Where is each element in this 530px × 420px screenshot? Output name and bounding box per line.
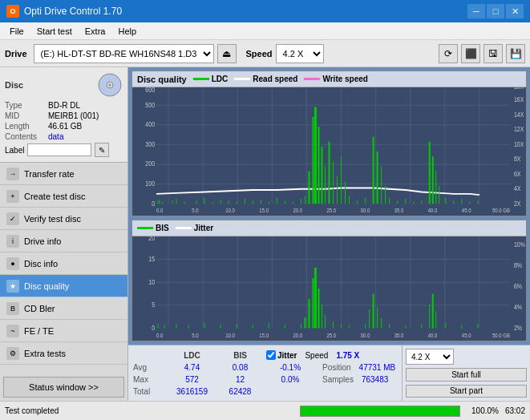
label-input[interactable] [27, 143, 91, 156]
speed-select-chart[interactable]: 4.2 X [406, 349, 454, 365]
samples-value: 763483 [362, 375, 388, 384]
toolbar-btn-2[interactable]: ⬛ [461, 44, 480, 63]
sidebar-item-fe-te[interactable]: ~ FE / TE [0, 320, 127, 342]
sidebar-item-extra-tests[interactable]: ⚙ Extra tests [0, 342, 127, 365]
verify-test-disc-icon: ✓ [6, 212, 19, 225]
svg-text:6%: 6% [514, 282, 522, 290]
svg-text:8X: 8X [514, 155, 521, 164]
bis-legend-color [137, 227, 153, 229]
jitter-checkbox[interactable] [266, 350, 276, 360]
avg-bis: 0.08 [222, 363, 258, 372]
speed-select[interactable]: 4.2 X [276, 44, 324, 63]
col-header-bis: BIS [222, 351, 258, 360]
data-table-row: LDC BIS Jitter Speed 1.75 X Avg 4.74 0.0… [128, 345, 530, 401]
sidebar-item-disc-quality[interactable]: ★ Disc quality [0, 275, 127, 297]
avg-ldc: 4.74 [170, 363, 214, 372]
svg-text:20.0: 20.0 [293, 208, 302, 214]
total-label: Total [133, 387, 162, 396]
svg-text:4%: 4% [514, 303, 522, 311]
nav-items: → Transfer rate + Create test disc ✓ Ver… [0, 163, 127, 374]
chart1-panel: Disc quality LDC Read speed Write speed [131, 71, 527, 216]
sidebar-item-transfer-rate[interactable]: → Transfer rate [0, 163, 127, 185]
svg-text:5: 5 [152, 301, 155, 309]
progress-bar [301, 406, 459, 416]
svg-text:40.0: 40.0 [428, 332, 438, 338]
progress-text: 100.0% [467, 406, 499, 415]
jitter-legend-color [176, 227, 192, 229]
svg-text:5.0: 5.0 [192, 208, 199, 214]
type-label: Type [5, 101, 47, 110]
svg-text:50.0 GB: 50.0 GB [492, 208, 510, 214]
start-part-button[interactable]: Start part [406, 385, 527, 398]
legend-bis: BIS [137, 224, 169, 232]
start-full-button[interactable]: Start full [406, 368, 527, 382]
svg-point-2 [109, 84, 111, 87]
menu-help[interactable]: Help [111, 25, 143, 38]
eject-button[interactable]: ⏏ [217, 44, 237, 63]
position-label: Position [322, 363, 351, 372]
max-jitter: 0.0% [266, 375, 314, 384]
toolbar: Drive (E:) HL-DT-ST BD-RE WH16NS48 1.D3 … [0, 40, 530, 67]
disc-panel-title: Disc [5, 80, 23, 90]
svg-text:10X: 10X [514, 140, 524, 148]
svg-text:35.0: 35.0 [394, 208, 404, 214]
contents-label: Contents [5, 132, 47, 141]
chart1-body: 0 100 200 300 400 500 600 2X 4X 6X 8X 10… [132, 87, 526, 216]
total-bis: 62428 [222, 387, 258, 396]
sidebar-item-drive-info[interactable]: i Drive info [0, 230, 127, 252]
minimize-button[interactable]: ─ [467, 4, 485, 18]
main-layout: Disc Type BD-R DL MID MEIRB1 (001) Lengt… [0, 67, 530, 401]
svg-text:16X: 16X [514, 96, 524, 104]
label-label: Label [5, 146, 24, 155]
speed-label: Speed [246, 49, 273, 59]
length-label: Length [5, 122, 47, 131]
position-value: 47731 MB [359, 363, 396, 372]
maximize-button[interactable]: □ [487, 4, 504, 18]
chart1-header: Disc quality LDC Read speed Write speed [132, 71, 526, 87]
close-button[interactable]: ✕ [506, 4, 524, 18]
sidebar-item-label: Disc info [24, 259, 58, 269]
label-edit-button[interactable]: ✎ [95, 143, 109, 157]
mid-label: MID [5, 111, 47, 120]
svg-text:300: 300 [145, 140, 155, 148]
svg-text:400: 400 [145, 121, 155, 129]
toolbar-btn-3[interactable]: 🖫 [483, 44, 503, 63]
sidebar-item-label: Create test disc [24, 192, 85, 201]
chart2-header: BIS Jitter [132, 220, 526, 236]
toolbar-btn-1[interactable]: ⟳ [439, 44, 458, 63]
svg-text:25.0: 25.0 [326, 208, 336, 214]
max-ldc: 572 [170, 375, 214, 384]
svg-text:50.0 GB: 50.0 GB [492, 332, 510, 338]
sidebar-item-label: CD Bler [24, 304, 55, 313]
svg-text:30.0: 30.0 [361, 208, 370, 214]
sidebar-item-create-test-disc[interactable]: + Create test disc [0, 185, 127, 208]
col-header-speed: Speed [305, 351, 328, 360]
svg-text:100: 100 [145, 180, 155, 188]
svg-text:10: 10 [148, 278, 155, 286]
svg-text:10%: 10% [514, 240, 525, 248]
sidebar-item-disc-info[interactable]: ● Disc info [0, 252, 127, 275]
status-window-button[interactable]: Status window >> [3, 377, 124, 398]
menu-start-test[interactable]: Start test [30, 25, 79, 38]
drive-select[interactable]: (E:) HL-DT-ST BD-RE WH16NS48 1.D3 [34, 44, 214, 63]
sidebar-item-cd-bler[interactable]: B CD Bler [0, 297, 127, 320]
svg-text:15.0: 15.0 [259, 208, 269, 214]
legend-jitter: Jitter [176, 224, 213, 232]
disc-quality-icon: ★ [6, 280, 19, 293]
length-value: 46.61 GB [48, 122, 82, 131]
svg-text:500: 500 [145, 101, 155, 109]
svg-text:20: 20 [148, 236, 155, 242]
ldc-legend-color [193, 78, 209, 80]
svg-text:30.0: 30.0 [361, 332, 370, 338]
menu-file[interactable]: File [3, 25, 30, 38]
sidebar-item-verify-test-disc[interactable]: ✓ Verify test disc [0, 208, 127, 230]
transfer-rate-icon: → [6, 168, 19, 180]
menu-extra[interactable]: Extra [79, 25, 112, 38]
total-ldc: 3616159 [170, 387, 214, 396]
drive-info-icon: i [6, 235, 19, 248]
toolbar-btn-4[interactable]: 💾 [506, 44, 525, 63]
samples-label: Samples [322, 375, 354, 384]
sidebar-item-label: Drive info [24, 236, 61, 246]
time-display: 63:02 [505, 406, 525, 415]
max-label: Max [133, 375, 162, 384]
